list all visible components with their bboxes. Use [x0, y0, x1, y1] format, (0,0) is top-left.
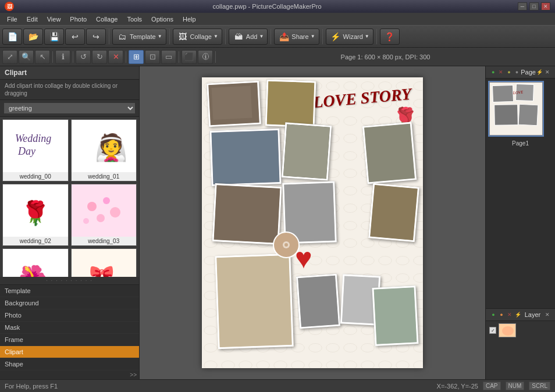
clipart-item-2[interactable]: 🌹 wedding_02 — [2, 184, 69, 246]
share-dropdown-arrow: ▼ — [311, 34, 315, 39]
photo-frame-12[interactable] — [372, 286, 418, 346]
clipart-item-5[interactable]: 🎀 wedding_05 — [71, 248, 137, 277]
section-background-label: Background — [5, 300, 39, 307]
svg-rect-20 — [216, 255, 291, 347]
svg-point-5 — [103, 197, 110, 204]
save-icon: 💾 — [48, 31, 60, 42]
page-info-button[interactable]: ● — [505, 68, 513, 76]
menu-collage[interactable]: Collage — [91, 15, 122, 24]
window-title: collage.pwp - PictureCollageMakerPro — [212, 3, 321, 10]
open-button[interactable]: 📂 — [23, 28, 43, 45]
menu-photo[interactable]: Photo — [65, 15, 91, 24]
minimize-button[interactable]: ─ — [518, 2, 527, 10]
menu-help[interactable]: Help — [178, 15, 201, 24]
new-button[interactable]: 📄 — [2, 28, 22, 45]
svg-text:🎀: 🎀 — [89, 263, 115, 277]
photo-frame-5[interactable] — [362, 122, 417, 184]
tb2-select-button[interactable]: ↖ — [35, 50, 50, 64]
tb2-zoom-button[interactable]: 🔍 — [19, 50, 34, 64]
page-info: Page 1: 600 × 800 px, DPI: 300 — [218, 54, 553, 60]
section-mask[interactable]: Mask — [0, 322, 139, 334]
section-template[interactable]: Template — [0, 285, 139, 297]
menu-tools[interactable]: Tools — [122, 15, 147, 24]
add-icon: 🏔 — [233, 31, 244, 42]
statusbar: For Help, press F1 X=-362, Y=-25 CAP NUM… — [0, 379, 555, 392]
clipart-item-3[interactable]: wedding_03 — [71, 184, 137, 246]
page-thumbnails: LOVE Page1 — [486, 79, 555, 308]
clipart-item-4[interactable]: 🌺 wedding_04 — [2, 248, 69, 277]
layer-add-button[interactable]: ● — [489, 311, 497, 319]
section-photo-label: Photo — [5, 312, 22, 319]
section-frame[interactable]: Frame — [0, 334, 139, 346]
collage-button[interactable]: 🖼 Collage ▼ — [173, 28, 222, 45]
layer-orange-button[interactable]: ● — [497, 311, 506, 319]
redo-button[interactable]: ↪ — [86, 28, 106, 45]
tb2-view-button[interactable]: ▭ — [161, 50, 176, 64]
add-button[interactable]: 🏔 Add ▼ — [229, 28, 268, 45]
save-button[interactable]: 💾 — [44, 28, 64, 45]
svg-point-4 — [87, 202, 97, 211]
new-icon: 📄 — [6, 31, 18, 42]
tb2-undo2-button[interactable]: ↺ — [76, 50, 91, 64]
page-circle-button[interactable]: ● — [513, 68, 521, 76]
share-button[interactable]: 📤 Share ▼ — [274, 28, 319, 45]
undo-button[interactable]: ↩ — [65, 28, 85, 45]
svg-text:Wedding: Wedding — [15, 133, 51, 144]
canvas-area: LOVE STORY 🌹 — [140, 66, 485, 379]
clipart-item-1[interactable]: 👰 wedding_01 — [71, 119, 137, 181]
photo-frame-10[interactable] — [296, 274, 340, 329]
layer-panel-close[interactable]: ✕ — [543, 311, 552, 319]
section-photo[interactable]: Photo — [0, 309, 139, 322]
tb2-sep-1 — [52, 51, 53, 63]
template-label: Template — [130, 33, 156, 40]
clipart-filter-select[interactable]: greeting wedding birthday holiday nature — [3, 102, 136, 114]
tb2-delete-button[interactable]: ✕ — [108, 50, 123, 64]
tb2-fit-button[interactable]: ⊞ — [129, 50, 144, 64]
page-panel-lightning[interactable]: ⚡ — [536, 68, 544, 76]
section-shape[interactable]: Shape — [0, 358, 139, 370]
tb2-move-button[interactable]: ⤢ — [2, 50, 17, 64]
tb2-export-button[interactable]: ⬛ — [182, 50, 197, 64]
tb2-info-button[interactable]: ℹ — [55, 50, 70, 64]
redo-icon: ↪ — [90, 31, 102, 42]
section-background[interactable]: Background — [0, 297, 139, 309]
page-close-button[interactable]: ✕ — [497, 68, 506, 76]
section-expand-area: >> — [0, 370, 139, 379]
layer-checkbox-1[interactable]: ✓ — [489, 327, 496, 334]
menu-view[interactable]: View — [42, 15, 66, 24]
layer-lightning-button[interactable]: ⚡ — [514, 311, 522, 319]
tb2-settings-button[interactable]: 🛈 — [198, 50, 213, 64]
help-button[interactable]: ❓ — [380, 28, 400, 45]
svg-rect-17 — [214, 185, 280, 243]
clipart-preview-0: Wedding Day — [3, 120, 68, 172]
close-button[interactable]: ✕ — [541, 2, 550, 10]
layer-panel: ● ● ✕ ⚡ Layer ✕ ✓ — [486, 308, 555, 379]
tb2-redo2-button[interactable]: ↻ — [92, 50, 107, 64]
template-button[interactable]: 🗂 Template ▼ — [112, 28, 166, 45]
photo-frame-2[interactable] — [265, 80, 316, 128]
photo-frame-8[interactable] — [368, 183, 419, 243]
maximize-button[interactable]: □ — [529, 2, 539, 10]
photo-frame-1[interactable] — [207, 81, 261, 127]
collage-canvas[interactable]: LOVE STORY 🌹 — [202, 77, 423, 368]
menu-edit[interactable]: Edit — [22, 15, 42, 24]
template-icon: 🗂 — [116, 31, 128, 42]
expand-button[interactable]: >> — [130, 372, 137, 378]
window-controls: ─ □ ✕ — [518, 2, 550, 10]
page-panel-close[interactable]: ✕ — [543, 68, 552, 76]
svg-rect-19 — [370, 185, 417, 240]
layer-delete-button[interactable]: ✕ — [506, 311, 514, 319]
scroll-dots: · · · · · · · · · · — [46, 278, 92, 283]
layer-item-1[interactable]: ✓ — [487, 322, 554, 338]
section-clipart[interactable]: Clipart — [0, 346, 139, 358]
photo-frame-3[interactable] — [209, 129, 281, 186]
menu-options[interactable]: Options — [147, 15, 178, 24]
wizard-button[interactable]: ⚡ Wizard ▼ — [326, 28, 373, 45]
tb2-expand-button[interactable]: ⊡ — [145, 50, 160, 64]
clipart-item-0[interactable]: Wedding Day wedding_00 — [2, 119, 69, 181]
page-thumb-1[interactable]: LOVE — [488, 81, 544, 137]
photo-frame-4[interactable] — [282, 122, 332, 180]
menu-file[interactable]: File — [2, 15, 22, 24]
page-add-button[interactable]: ● — [489, 68, 497, 76]
photo-frame-9[interactable] — [215, 254, 294, 349]
